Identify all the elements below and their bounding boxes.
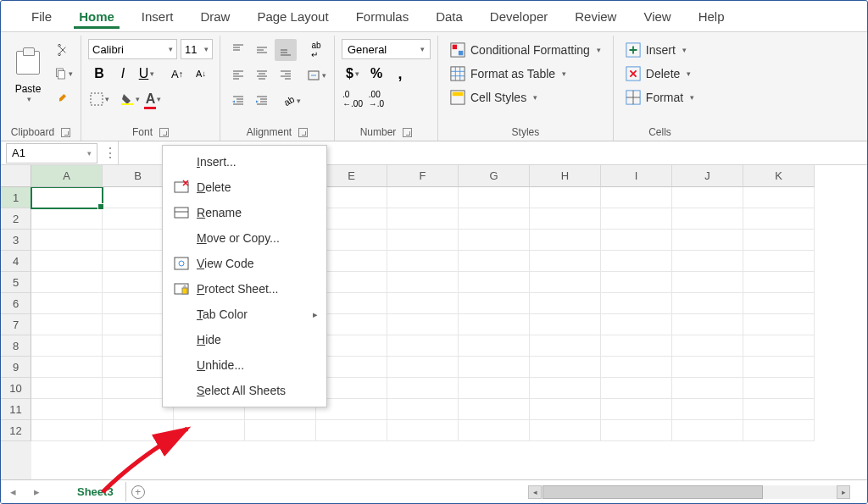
cell[interactable]: [530, 314, 601, 335]
col-header-g[interactable]: G: [459, 165, 530, 187]
underline-button[interactable]: U▾: [136, 63, 158, 85]
cell[interactable]: [387, 420, 459, 441]
tab-formulas[interactable]: Formulas: [342, 4, 423, 29]
comma-button[interactable]: ,: [389, 63, 411, 85]
increase-indent-button[interactable]: [251, 90, 273, 112]
tab-developer[interactable]: Developer: [476, 4, 561, 29]
cell[interactable]: [601, 378, 672, 399]
cell[interactable]: [743, 314, 815, 335]
cell[interactable]: [459, 335, 530, 357]
conditional-formatting-button[interactable]: Conditional Formatting▾: [445, 39, 606, 61]
row-header-12[interactable]: 12: [1, 420, 31, 441]
format-as-table-button[interactable]: Format as Table▾: [445, 63, 606, 85]
scroll-left-arrow[interactable]: ◂: [528, 485, 542, 499]
scroll-thumb[interactable]: [542, 485, 763, 499]
row-header-7[interactable]: 7: [1, 314, 31, 335]
col-header-f[interactable]: F: [387, 165, 459, 187]
font-name-dropdown[interactable]: Calibri▾: [88, 39, 177, 59]
tab-home[interactable]: Home: [65, 4, 128, 29]
cell[interactable]: [672, 357, 743, 378]
tab-data[interactable]: Data: [422, 4, 476, 29]
cell[interactable]: [743, 230, 815, 251]
col-header-a[interactable]: A: [31, 165, 103, 187]
align-right-button[interactable]: [275, 64, 297, 86]
merge-center-button[interactable]: ▾: [305, 64, 327, 86]
tab-file[interactable]: File: [18, 4, 65, 29]
col-header-k[interactable]: K: [743, 165, 815, 187]
menu-tab-color[interactable]: Tab Color▸: [163, 302, 326, 327]
cell[interactable]: [601, 399, 672, 420]
cell[interactable]: [672, 314, 743, 335]
cell[interactable]: [530, 272, 601, 293]
tab-draw[interactable]: Draw: [186, 4, 243, 29]
row-header-2[interactable]: 2: [1, 208, 31, 230]
cell[interactable]: [459, 251, 530, 272]
cell[interactable]: [387, 335, 459, 357]
cell[interactable]: [672, 378, 743, 399]
cell[interactable]: [387, 357, 459, 378]
cell[interactable]: [530, 399, 601, 420]
cell[interactable]: [601, 187, 672, 208]
cell[interactable]: [672, 399, 743, 420]
cell[interactable]: [31, 251, 103, 272]
row-header-5[interactable]: 5: [1, 272, 31, 293]
tab-view[interactable]: View: [630, 4, 684, 29]
menu-unhide[interactable]: Unhide...: [163, 352, 326, 378]
cell[interactable]: [530, 293, 601, 314]
row-header-8[interactable]: 8: [1, 335, 31, 357]
dialog-launcher-icon[interactable]: [298, 128, 308, 137]
cell[interactable]: [459, 378, 530, 399]
row-header-1[interactable]: 1: [1, 187, 31, 208]
borders-button[interactable]: ▾: [88, 88, 110, 110]
cell[interactable]: [743, 272, 815, 293]
cell[interactable]: [743, 187, 815, 208]
scroll-right-arrow[interactable]: ▸: [837, 485, 850, 499]
cell[interactable]: [530, 420, 601, 441]
font-color-button[interactable]: A▾: [142, 88, 164, 110]
cut-button[interactable]: [52, 39, 74, 61]
cell[interactable]: [387, 208, 459, 230]
decrease-decimal-button[interactable]: .00→.0: [365, 88, 387, 110]
col-header-i[interactable]: I: [601, 165, 672, 187]
dialog-launcher-icon[interactable]: [159, 128, 169, 137]
cell[interactable]: [316, 420, 387, 441]
cell[interactable]: [601, 357, 672, 378]
wrap-text-button[interactable]: ab↵: [305, 39, 327, 61]
cell[interactable]: [31, 399, 103, 420]
cell-styles-button[interactable]: Cell Styles▾: [445, 86, 606, 108]
cell[interactable]: [31, 378, 103, 399]
cell[interactable]: [743, 378, 815, 399]
tab-help[interactable]: Help: [685, 4, 738, 29]
currency-button[interactable]: $▾: [342, 63, 364, 85]
menu-select-all-sheets[interactable]: Select All Sheets: [163, 378, 326, 403]
cell[interactable]: [743, 357, 815, 378]
dialog-launcher-icon[interactable]: [403, 128, 412, 137]
cell[interactable]: [459, 420, 530, 441]
cell[interactable]: [672, 187, 743, 208]
cell[interactable]: [459, 314, 530, 335]
cell[interactable]: [387, 314, 459, 335]
dialog-launcher-icon[interactable]: [61, 128, 70, 137]
cell[interactable]: [31, 335, 103, 357]
menu-view-code[interactable]: View Code: [163, 251, 326, 276]
cell[interactable]: [31, 230, 103, 251]
cell[interactable]: [459, 208, 530, 230]
select-all-corner[interactable]: [1, 165, 31, 187]
cell[interactable]: [459, 357, 530, 378]
align-bottom-button[interactable]: [275, 39, 297, 61]
cell[interactable]: [387, 187, 459, 208]
cell[interactable]: [743, 399, 815, 420]
cell[interactable]: [672, 272, 743, 293]
cell[interactable]: [672, 293, 743, 314]
cell[interactable]: [31, 208, 103, 230]
cell[interactable]: [387, 378, 459, 399]
cell[interactable]: [672, 208, 743, 230]
tab-insert[interactable]: Insert: [128, 4, 187, 29]
cell[interactable]: [601, 272, 672, 293]
delete-cells-button[interactable]: Delete▾: [620, 63, 699, 85]
row-header-3[interactable]: 3: [1, 230, 31, 251]
percent-button[interactable]: %: [365, 63, 387, 85]
increase-font-button[interactable]: A↑: [166, 63, 188, 85]
tab-review[interactable]: Review: [561, 4, 630, 29]
sheet-tab-sheet3[interactable]: Sheet3: [65, 482, 126, 501]
